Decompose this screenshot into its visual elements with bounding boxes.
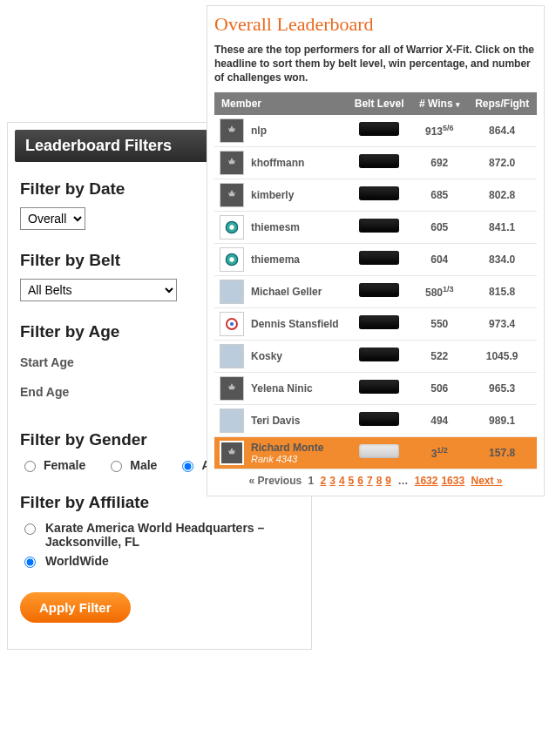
member-name: Richard Monte — [251, 442, 323, 454]
svg-point-1 — [229, 225, 234, 229]
filter-affiliate-section: Filter by Affiliate Karate America World… — [8, 483, 311, 584]
member-rank: Rank 4343 — [251, 454, 323, 464]
reps-cell: 965.3 — [467, 372, 537, 404]
table-row[interactable]: Yelena Ninic506965.3 — [214, 372, 537, 404]
pager-page[interactable]: 8 — [376, 475, 383, 487]
member-name: thiemesm — [251, 221, 300, 233]
col-belt[interactable]: Belt Level — [347, 92, 411, 115]
filter-date-select[interactable]: Overall — [20, 207, 85, 230]
member-name: Michael Geller — [251, 286, 322, 298]
svg-point-3 — [229, 257, 234, 261]
reps-cell: 864.4 — [467, 115, 537, 147]
belt-icon — [359, 380, 399, 394]
member-name: Yelena Ninic — [251, 382, 313, 395]
wins-cell: 685 — [411, 179, 467, 211]
pager-next[interactable]: Next » — [471, 475, 502, 487]
gender-radio-any[interactable] — [182, 461, 193, 472]
pager-page[interactable]: 4 — [339, 475, 345, 487]
belt-icon — [359, 251, 399, 265]
reps-cell: 802.8 — [467, 179, 537, 211]
leaderboard-subtitle: These are the top performers for all of … — [214, 43, 537, 85]
end-age-label: End Age — [20, 385, 69, 399]
gender-radio-female[interactable] — [24, 461, 36, 472]
leaderboard-panel: Overall Leaderboard These are the top pe… — [207, 5, 545, 496]
pager-prev: « Previous — [248, 475, 302, 487]
affiliate-radio-hq[interactable] — [24, 523, 36, 535]
table-row[interactable]: Michael Geller5801/3815.8 — [214, 275, 537, 307]
table-row[interactable]: Teri Davis494989.1 — [214, 404, 537, 436]
reps-cell: 157.8 — [467, 436, 537, 469]
gender-option-female[interactable]: Female — [20, 458, 85, 472]
pager-page[interactable]: 9 — [385, 475, 391, 487]
member-name: Teri Davis — [251, 415, 300, 427]
member-name: nlp — [251, 125, 267, 137]
pager-page[interactable]: 7 — [367, 475, 373, 487]
pager-page[interactable]: 1633 — [441, 475, 464, 487]
belt-icon — [359, 154, 399, 168]
reps-cell: 973.4 — [467, 307, 537, 340]
affiliate-option-worldwide[interactable]: WorldWide — [20, 554, 299, 568]
pager-page[interactable]: 3 — [329, 475, 336, 487]
pager-page[interactable]: 1632 — [415, 475, 438, 487]
wins-cell: 605 — [411, 211, 467, 243]
table-row[interactable]: Kosky5221045.9 — [214, 340, 537, 372]
reps-cell: 815.8 — [467, 275, 537, 307]
pager-page[interactable]: 2 — [321, 475, 327, 487]
filter-belt-select[interactable]: All Belts — [20, 279, 177, 301]
start-age-label: Start Age — [20, 355, 74, 369]
wins-cell: 506 — [411, 372, 467, 404]
svg-point-5 — [230, 322, 234, 326]
table-row[interactable]: nlp9135/6864.4 — [214, 115, 537, 147]
wins-cell: 604 — [411, 243, 467, 275]
wins-cell: 5801/3 — [411, 275, 467, 307]
leaderboard-title: Overall Leaderboard — [214, 13, 537, 36]
belt-icon — [359, 122, 399, 136]
reps-cell: 1045.9 — [467, 340, 537, 372]
col-member[interactable]: Member — [214, 92, 347, 115]
member-name: thiemema — [251, 253, 300, 266]
pager-page[interactable]: 5 — [349, 475, 355, 487]
affiliate-radio-worldwide[interactable] — [24, 557, 36, 568]
belt-icon — [359, 283, 399, 297]
pager-current: 1 — [308, 475, 315, 487]
reps-cell: 989.1 — [467, 404, 537, 436]
table-row[interactable]: kimberly685802.8 — [214, 179, 537, 211]
leaderboard-table: Member Belt Level # Wins▾ Reps/Fight nlp… — [214, 92, 537, 469]
apply-filter-button[interactable]: Apply Filter — [20, 592, 131, 623]
belt-icon — [359, 348, 399, 361]
sort-desc-icon: ▾ — [456, 100, 460, 109]
table-row-me[interactable]: Richard MonteRank 434331/2157.8 — [214, 436, 537, 469]
affiliate-option-hq[interactable]: Karate America World Headquarters – Jack… — [20, 521, 299, 549]
wins-cell: 31/2 — [411, 436, 467, 469]
table-row[interactable]: Dennis Stansfield550973.4 — [214, 307, 537, 340]
belt-icon — [359, 186, 399, 200]
wins-cell: 522 — [411, 340, 467, 372]
belt-icon — [359, 219, 399, 233]
member-name: Kosky — [251, 350, 282, 362]
member-name: kimberly — [251, 189, 294, 201]
pager-ellipsis: … — [397, 475, 408, 487]
reps-cell: 834.0 — [467, 243, 537, 275]
pager: « Previous 1 23456789 … 16321633 Next » — [214, 475, 537, 487]
wins-cell: 9135/6 — [411, 115, 467, 147]
table-row[interactable]: thiemesm605841.1 — [214, 211, 537, 243]
gender-option-male[interactable]: Male — [106, 458, 157, 472]
pager-page[interactable]: 6 — [357, 475, 363, 487]
member-name: Dennis Stansfield — [251, 318, 339, 330]
member-name: khoffmann — [251, 157, 304, 169]
belt-icon — [359, 412, 399, 426]
col-reps[interactable]: Reps/Fight — [467, 92, 537, 115]
table-row[interactable]: thiemema604834.0 — [214, 243, 537, 275]
wins-cell: 692 — [411, 146, 467, 179]
table-row[interactable]: khoffmann692872.0 — [214, 146, 537, 179]
wins-cell: 494 — [411, 404, 467, 436]
reps-cell: 872.0 — [467, 146, 537, 179]
reps-cell: 841.1 — [467, 211, 537, 243]
belt-icon — [359, 315, 399, 329]
gender-radio-male[interactable] — [111, 461, 122, 472]
col-wins[interactable]: # Wins▾ — [411, 92, 467, 115]
belt-icon — [359, 444, 399, 458]
wins-cell: 550 — [411, 307, 467, 340]
